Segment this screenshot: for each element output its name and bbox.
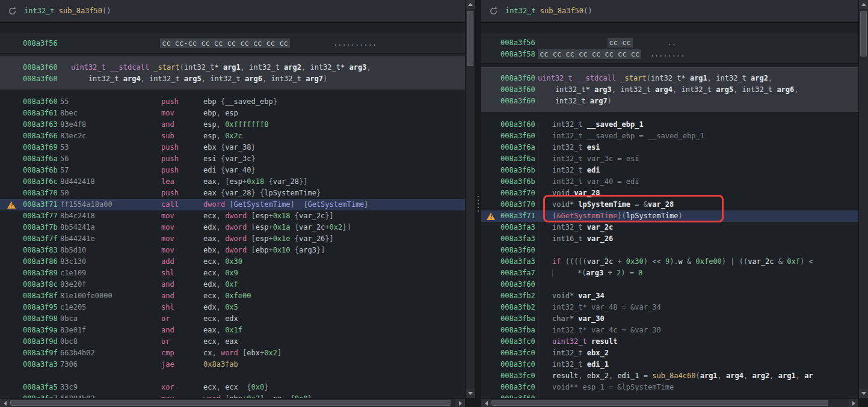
left-vertical-scrollbar[interactable] [465,0,475,398]
code-row[interactable]: 008a3fa7 *(arg3 + 2) = 0 [481,268,858,279]
disasm-row[interactable]: 008a3fa533c9xorecx, ecx {0x0} [0,382,465,393]
token-dim: int32_t* var_48 = &var_34 [552,303,661,311]
disasm-row[interactable]: 008a3f8c83e20fandedx, 0xf [0,279,465,290]
disasm-row[interactable]: 008a3f6c8d442418leaeax, [esp+0x18 {var_2… [0,176,465,188]
warning-icon[interactable]: ! [0,201,23,209]
disasm-row[interactable]: 008a3f89c1e109shlecx, 0x9 [0,268,465,279]
code-row[interactable]: 008a3fc0result, ebx_2, edi_1 = sub_8a4c6… [481,370,858,382]
code-row[interactable]: 008a3f60 [481,393,858,398]
token-white: w [679,257,683,266]
signature-row[interactable]: 008a3f60 int32_t arg7) [481,96,858,107]
disasm-row[interactable]: 008a3f9a83e01fandeax, 0x1f [0,325,465,336]
address: 008a3fa3 [500,256,538,268]
bytes-row[interactable]: 008a3f56 cc cc .. [481,37,858,49]
function-name[interactable]: sub_8a3f50 [59,7,102,15]
token-pun: , [217,303,225,311]
right-vertical-scrollbar[interactable] [858,0,868,398]
signature-row[interactable]: 008a3f60 int32_t* arg3, int32_t arg4, in… [481,84,858,96]
disasm-row[interactable]: 008a3fa766894b02movword [ebx+0x2], cx {0… [0,393,465,398]
disasm-row[interactable]: 008a3f980bcaorecx, edx [0,313,465,325]
code-row[interactable]: 008a3f70void var_28 [481,188,858,199]
code-row[interactable]: 008a3fc0int32_t ebx_2 [481,347,858,359]
code-row[interactable]: 008a3f60int32_t __saved_ebp = __saved_eb… [481,130,858,142]
code-row[interactable]: 008a3f6bint32_t var_40 = edi [481,176,858,188]
address: 008a3f61 [23,108,60,119]
right-hscroll-thumb[interactable] [491,400,828,406]
left-hscroll-thumb[interactable] [10,400,451,406]
code-row[interactable]: 008a3fa3int16_t var_26 [481,233,858,245]
code-row[interactable]: 008a3fc0void** esp_1 = &lpSystemTime [481,382,858,393]
bytes-row[interactable]: 008a3f56 cc cc-cc cc cc cc cc cc cc cc .… [0,38,465,49]
mnemonic: mov [161,210,203,222]
disasm-row[interactable]: 008a3f618becmovebp, esp [0,108,465,119]
code-row[interactable]: 008a3f60 [481,245,858,256]
scroll-up-button[interactable] [466,0,475,9]
disasm-row[interactable]: 008a3f6b57pushedi {var_40} [0,165,465,176]
left-vscroll-thumb[interactable] [467,11,473,66]
disasm-row[interactable]: !008a3f71ff1554a18a00calldword [GetSyste… [0,199,465,210]
code-row[interactable]: 008a3fbachar* var_30 [481,313,858,325]
mnemonic: call [161,199,203,210]
disasm-row[interactable]: 008a3f778b4c2418movecx, dword [esp+0x18 … [0,210,465,222]
disasm-row[interactable]: 008a3f8f81e100fe0000andecx, 0xfe00 [0,290,465,302]
disasm-row[interactable]: 008a3f6953pushebx {var_38} [0,142,465,153]
code-row[interactable]: 008a3f6aint32_t var_3c = esi [481,153,858,165]
scroll-down-button[interactable] [859,389,868,398]
token-num: 0x1a [273,223,291,231]
scroll-right-button[interactable] [849,399,858,407]
disasm-row[interactable]: 008a3f8683c130addecx, 0x30 [0,256,465,268]
left-horizontal-scrollbar[interactable] [0,398,465,407]
disasm-row[interactable]: 008a3f7f8b44241emoveax, dword [esp+0x1e … [0,233,465,245]
disasm-row[interactable]: 008a3f6055pushebp {__saved_ebp} [0,96,465,108]
token-type2: int32_t [552,223,587,231]
operands: word [ebx+0x2], cx {0x0} [203,393,465,398]
address: 008a3fa7 [23,393,60,398]
code-text [538,279,858,290]
disasm-row[interactable]: 008a3f6683ec2csubesp, 0x2c [0,130,465,142]
disasm-row[interactable]: 008a3f838b5d10movebx, dword [ebp+0x10 {a… [0,245,465,256]
function-name[interactable]: sub_8a3f50 [540,7,583,15]
scroll-up-button[interactable] [859,0,868,9]
code-row[interactable]: 008a3f6bint32_t edi [481,165,858,176]
code-row[interactable]: 008a3f60 [481,279,858,290]
code-row[interactable]: 008a3fa3int32_t var_2c [481,222,858,233]
disasm-row[interactable]: 008a3f6a56pushesi {var_3c} [0,153,465,165]
disasm-row[interactable]: 008a3f9d0bc8orecx, eax [0,336,465,347]
code-row[interactable]: 008a3f60int32_t __saved_ebp_1 [481,119,858,130]
bytes-row[interactable]: 008a3f58cc cc cc cc cc cc cc cc ........ [481,49,858,60]
disasm-row[interactable]: 008a3f7b8b54241amovedx, dword [esp+0x1a … [0,222,465,233]
code-row[interactable]: 008a3fa3if (((((var_2c + 0x30) << 9).w &… [481,256,858,268]
code-row[interactable]: 008a3f70void* lpSystemTime = &var_28 [481,199,858,210]
scroll-left-button[interactable] [481,399,491,407]
token-pun: } [251,155,256,163]
disasm-row[interactable] [0,370,465,382]
code-row[interactable]: 008a3fb2void* var_34 [481,290,858,302]
code-row[interactable]: !008a3f71(&GetSystemTime)(lpSystemTime) [481,210,858,222]
refresh-icon[interactable] [489,7,498,16]
token-argT: int32_t [742,85,777,94]
code-row[interactable]: 008a3fbaint32_t* var_4c = &var_30 [481,325,858,336]
disasm-row[interactable]: 008a3f6383e4f8andesp, 0xfffffff8 [0,119,465,130]
signature-row[interactable]: 008a3f60 int32_t arg4, int32_t arg5, int… [0,73,465,85]
code-row[interactable]: 008a3fc0uint32_t result [481,336,858,347]
listing-text: cc cc cc cc cc cc cc cc ........ [538,49,858,60]
address: 008a3f60 [500,119,538,130]
token-var: edi_1 [587,360,609,369]
warning-icon[interactable]: ! [481,213,500,220]
code-row[interactable]: 008a3fb2int32_t* var_48 = &var_34 [481,302,858,313]
disasm-row[interactable]: 008a3f7050pusheax {var_28} {lpSystemTime… [0,188,465,199]
right-vscroll-thumb[interactable] [860,11,867,57]
signature-row[interactable]: 008a3f60uint32_t __stdcall _start(int32_… [481,73,858,84]
pane-splitter[interactable] [475,0,481,407]
code-row[interactable]: 008a3f6aint32_t esi [481,142,858,153]
signature-row[interactable]: 008a3f60uint32_t __stdcall _start(int32_… [0,62,465,73]
disasm-row[interactable]: 008a3f9f663b4b02cmpcx, word [ebx+0x2] [0,347,465,359]
scroll-left-button[interactable] [0,399,10,407]
code-row[interactable]: 008a3fc0int32_t edi_1 [481,359,858,370]
scroll-right-button[interactable] [455,399,465,407]
scroll-down-button[interactable] [466,389,475,398]
refresh-icon[interactable] [8,7,17,16]
disasm-row[interactable]: 008a3f95c1e205shledx, 0x5 [0,302,465,313]
disasm-row[interactable]: 008a3fa37306jae0x8a3fab [0,359,465,370]
right-horizontal-scrollbar[interactable] [481,398,858,407]
